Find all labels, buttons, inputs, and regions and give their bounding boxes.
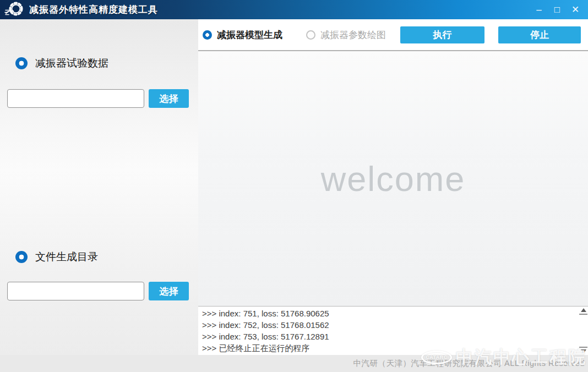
app-logo-gear-car-icon [4,2,24,18]
footer: 中汽研（天津）汽车工程研究院有限公司 ALL Rights Reserved [0,355,588,372]
mode-model-generation-radio[interactable]: 减振器模型生成 [203,29,282,41]
mode-model-generation-label: 减振器模型生成 [217,29,282,41]
mode-toolbar: 减振器模型生成 减振器参数绘图 执行 停止 [198,19,588,51]
log-line: >>> index: 751, loss: 51768.90625 [202,308,575,319]
scrollbar-divider [579,314,587,315]
output-dir-radio-option[interactable]: 文件生成目录 [15,250,98,264]
scrollbar-divider [579,347,587,348]
output-dir-label: 文件生成目录 [35,250,98,264]
titlebar: 减振器外特性高精度建模工具 – □ ✕ [0,0,588,19]
output-dir-path-input[interactable] [7,282,144,300]
welcome-canvas: welcome [198,51,588,306]
scroll-up-button[interactable] [579,308,587,315]
close-icon[interactable]: ✕ [570,5,580,14]
maximize-icon[interactable]: □ [552,5,562,14]
test-data-label: 减振器试验数据 [35,56,108,70]
window-title: 减振器外特性高精度建模工具 [29,3,158,16]
output-dir-file-row: 选择 [7,282,189,300]
mode-parameter-plot-label: 减振器参数绘图 [320,29,386,41]
test-data-radio-option[interactable]: 减振器试验数据 [15,56,108,70]
mode-parameter-plot-radio[interactable]: 减振器参数绘图 [306,29,386,41]
window-controls: – □ ✕ [534,5,588,14]
radio-unselected-icon[interactable] [306,30,315,40]
radio-selected-icon[interactable] [203,30,212,40]
log-line: >>> index: 753, loss: 51767.12891 [202,331,575,342]
app-window: 减振器外特性高精度建模工具 – □ ✕ 减振器试验数据 选择 文件生成目录 [0,0,588,372]
copyright-text: 中汽研（天津）汽车工程研究院有限公司 ALL Rights Reserved [353,358,585,369]
arrow-down-icon [581,349,586,353]
log-line: >>> 已经终止正在运行的程序 [202,342,575,354]
stop-button[interactable]: 停止 [498,26,581,43]
scroll-down-button[interactable] [579,347,587,353]
radio-selected-icon[interactable] [15,57,28,69]
main-area: 减振器模型生成 减振器参数绘图 执行 停止 welcome >>> index:… [198,19,588,355]
execute-button[interactable]: 执行 [400,26,484,43]
welcome-text: welcome [321,159,466,199]
radio-selected-icon[interactable] [15,251,28,263]
test-data-select-button[interactable]: 选择 [149,89,189,108]
test-data-path-input[interactable] [7,89,144,108]
log-line: >>> index: 752, loss: 51768.01562 [202,319,575,331]
arrow-up-icon [581,308,586,312]
log-panel: >>> index: 751, loss: 51768.90625 >>> in… [198,306,588,355]
output-dir-select-button[interactable]: 选择 [149,282,189,300]
minimize-icon[interactable]: – [534,5,544,14]
log-output: >>> index: 751, loss: 51768.90625 >>> in… [198,307,579,355]
log-scrollbar[interactable] [579,307,588,355]
sidebar: 减振器试验数据 选择 文件生成目录 选择 [0,19,198,355]
test-data-file-row: 选择 [7,89,189,108]
